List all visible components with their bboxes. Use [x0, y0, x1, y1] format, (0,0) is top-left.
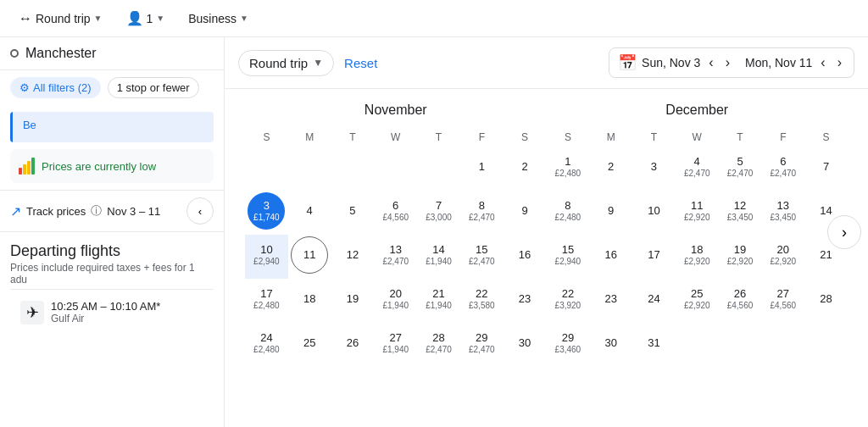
toolbar: ↔ Round trip ▼ 👤 1 ▼ Business ▼ [0, 0, 868, 37]
round-trip-label: Round trip [36, 12, 91, 25]
round-trip-chevron-icon: ▼ [94, 14, 103, 23]
class-chevron-icon: ▼ [240, 14, 248, 23]
round-trip-icon: ↔ [19, 11, 32, 26]
passengers-label: 1 [147, 12, 153, 25]
class-label: Business [188, 12, 236, 25]
passengers-icon: 👤 [126, 10, 143, 26]
passengers-button[interactable]: 👤 1 ▼ [118, 5, 174, 31]
passengers-chevron-icon: ▼ [156, 14, 164, 23]
round-trip-button[interactable]: ↔ Round trip ▼ [10, 6, 111, 31]
class-button[interactable]: Business ▼ [180, 7, 257, 30]
